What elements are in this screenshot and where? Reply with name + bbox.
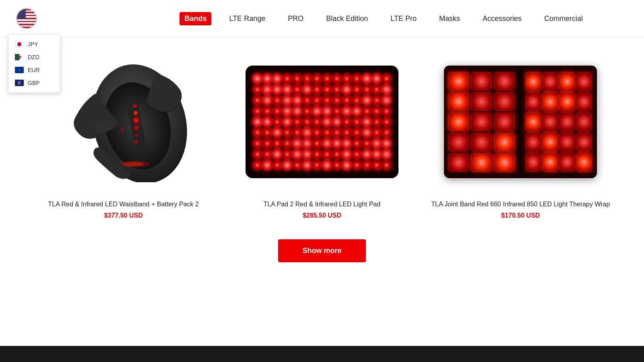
show-more-button[interactable]: Show more <box>278 239 365 262</box>
led-dot <box>362 95 372 105</box>
products-section: I TLA Red & Infrared LED Waistband + Bat… <box>0 37 644 294</box>
svg-point-7 <box>135 134 138 137</box>
led-dot <box>253 128 262 138</box>
nav-accessories[interactable]: Accessories <box>478 12 526 25</box>
led-dot <box>352 74 361 84</box>
led-square <box>472 73 491 90</box>
currency-jpy-label: JPY <box>28 41 38 47</box>
led-dot <box>312 95 322 105</box>
led-dot <box>342 95 351 105</box>
led-dot <box>332 117 342 127</box>
nav-masks[interactable]: Masks <box>434 12 465 25</box>
led-dot <box>272 138 282 148</box>
led-dot <box>312 138 322 148</box>
product-title-1: TLA Red & Infrared LED Waistband + Batte… <box>48 200 199 209</box>
led-dot <box>332 138 342 148</box>
led-dot <box>272 128 282 138</box>
nav-pro[interactable]: PRO <box>283 12 308 25</box>
product-price-2: $285.50 USD <box>303 212 341 219</box>
led-dot <box>263 74 272 84</box>
product-card-2[interactable]: TLA Pad 2 Red & Infrared LED Light Pad $… <box>231 53 413 219</box>
currency-gbp[interactable]: GBP <box>8 76 60 89</box>
led-square <box>526 93 541 111</box>
led-dot <box>372 84 382 95</box>
svg-point-8 <box>134 140 138 144</box>
led-pad-grid <box>246 66 398 178</box>
led-dot <box>283 160 292 170</box>
led-dot <box>372 149 382 159</box>
led-dot <box>352 84 361 95</box>
led-square <box>495 134 514 150</box>
led-dot <box>372 95 382 105</box>
led-square <box>560 113 574 131</box>
led-dot <box>372 117 382 127</box>
led-dot <box>283 74 292 84</box>
led-dot <box>303 149 312 159</box>
led-dot <box>382 74 391 84</box>
bottom-bar <box>0 346 644 362</box>
led-dot <box>303 138 312 148</box>
led-dot <box>293 84 302 95</box>
led-dot <box>342 84 351 95</box>
jpy-flag-icon <box>15 41 24 47</box>
led-square <box>543 93 557 111</box>
led-dot <box>342 128 351 138</box>
currency-dzd[interactable]: DZD <box>8 51 60 64</box>
led-dot <box>312 128 322 138</box>
currency-eur[interactable]: EUR <box>8 64 60 76</box>
led-dot <box>283 117 292 127</box>
led-dot <box>283 95 292 105</box>
led-dot <box>293 117 302 127</box>
currency-jpy[interactable]: JPY <box>8 38 60 51</box>
nav-lte-range[interactable]: LTE Range <box>224 12 270 25</box>
led-dot <box>382 128 391 138</box>
led-dot <box>272 84 282 95</box>
led-dot <box>322 117 332 127</box>
currency-dzd-label: DZD <box>28 54 39 60</box>
led-dot <box>352 106 361 116</box>
led-dot <box>322 106 332 116</box>
led-square <box>526 73 541 90</box>
led-square <box>526 153 541 171</box>
eur-flag-icon <box>15 67 24 73</box>
led-dot <box>332 160 342 170</box>
led-dot <box>283 149 292 159</box>
led-dot <box>312 160 322 170</box>
nav-commercial[interactable]: Commercial <box>539 12 588 25</box>
led-dot <box>293 160 302 170</box>
show-more-container: Show more <box>32 239 612 262</box>
waistband-svg: I <box>59 62 188 182</box>
led-dot <box>303 95 312 105</box>
svg-point-10 <box>132 124 140 132</box>
led-dot <box>342 74 351 84</box>
led-square <box>472 134 491 150</box>
led-dot <box>332 149 342 159</box>
nav-bands[interactable]: Bands <box>180 12 211 25</box>
led-square <box>543 113 557 131</box>
led-dot <box>283 138 292 148</box>
led-dot <box>372 160 382 170</box>
led-dot <box>332 84 342 95</box>
led-dot <box>283 128 292 138</box>
led-dot <box>352 160 361 170</box>
product-card-3[interactable]: TLA Joint Band Red 660 Infrared 850 LED … <box>429 53 612 219</box>
led-square <box>472 113 491 130</box>
led-dot <box>352 95 361 105</box>
led-dot <box>332 128 342 138</box>
led-square <box>577 153 591 171</box>
flag-button[interactable] <box>16 8 37 29</box>
nav-black-edition[interactable]: Black Edition <box>321 12 373 25</box>
led-dot <box>322 138 332 148</box>
led-dot <box>303 106 312 116</box>
currency-gbp-label: GBP <box>28 80 40 86</box>
led-dot <box>263 160 272 170</box>
led-dot <box>263 117 272 127</box>
nav-lte-pro[interactable]: LTE Pro <box>386 12 421 25</box>
led-dot <box>352 138 361 148</box>
led-dot <box>312 149 322 159</box>
led-dot <box>362 74 372 84</box>
led-dot <box>272 117 282 127</box>
led-dot <box>352 128 361 138</box>
led-dot <box>332 106 342 116</box>
svg-point-12 <box>124 162 144 166</box>
